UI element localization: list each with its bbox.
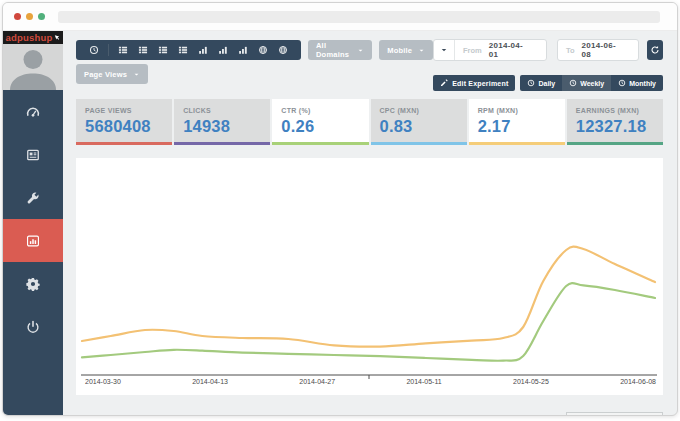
stat-value: 0.26 [281, 117, 359, 136]
metrics-line-chart [76, 158, 663, 395]
address-bar[interactable] [58, 11, 660, 23]
sidebar-item-reports[interactable] [3, 133, 63, 176]
sidebar-item-analytics[interactable] [3, 219, 63, 262]
person-icon [3, 44, 63, 90]
stat-label: PAGE VIEWS [85, 107, 163, 114]
signal-icon[interactable] [198, 45, 208, 55]
granularity-weekly-button[interactable]: Weekly [562, 75, 611, 91]
main-content: All Domains Mobile From 2014-04-01 To [63, 31, 677, 416]
stat-label: CPC (MXN) [380, 107, 458, 114]
stat-label: CTR (%) [281, 107, 359, 114]
titlebar [3, 3, 677, 31]
wrench-icon [26, 191, 40, 205]
stat-label: RPM (MXN) [478, 107, 556, 114]
globe-icon[interactable] [258, 45, 268, 55]
date-from-input[interactable]: 2014-04-01 [489, 41, 546, 59]
x-axis-labels: 2014-03-302014-04-132014-04-272014-05-11… [76, 378, 663, 385]
stat-card-earnings-mxn[interactable]: EARNINGS (MXN)12327.18 [567, 99, 663, 145]
stat-value: 5680408 [85, 117, 163, 136]
edit-experiment-button[interactable]: Edit Experiment [433, 75, 515, 91]
sidebar-nav [3, 90, 63, 416]
device-dropdown[interactable]: Mobile [379, 40, 433, 60]
power-icon [26, 320, 40, 334]
x-axis-label: 2014-04-13 [192, 378, 228, 385]
x-axis-label: 2014-05-11 [406, 378, 441, 385]
pencil-icon [440, 79, 452, 87]
refresh-icon [650, 45, 660, 55]
date-from-box: From 2014-04-01 [433, 39, 547, 61]
signal-icon[interactable] [218, 45, 228, 55]
chart-actions: Edit Experiment DailyWeeklyMonthly [433, 75, 663, 91]
series-line-rpm-mxn [82, 247, 655, 347]
stat-card-ctr[interactable]: CTR (%)0.26 [272, 99, 368, 145]
stat-card-cpc-mxn[interactable]: CPC (MXN)0.83 [371, 99, 467, 145]
granularity-label: Daily [538, 80, 555, 87]
signal-icon[interactable] [238, 45, 248, 55]
clock-icon[interactable] [89, 45, 99, 55]
x-axis-label: 2014-06-08 [620, 378, 656, 385]
domains-dropdown[interactable]: All Domains [308, 40, 372, 60]
barchart-icon [26, 234, 40, 248]
clock-icon [569, 79, 580, 87]
date-presets-button[interactable] [434, 40, 455, 60]
news-icon [26, 148, 40, 162]
chart-panel: 2014-03-302014-04-132014-04-272014-05-11… [76, 158, 663, 395]
app-body: adpushup All Domains Mobile [3, 31, 677, 416]
x-axis-label: 2014-03-30 [85, 378, 121, 385]
list-icon[interactable] [118, 45, 128, 55]
stat-label: EARNINGS (MXN) [576, 107, 654, 114]
chevron-down-icon [357, 47, 364, 54]
chevron-down-icon [133, 71, 140, 78]
zoom-window-button[interactable] [38, 13, 45, 20]
stat-label: CLICKS [183, 107, 261, 114]
gauge-icon [26, 105, 40, 119]
toolbar-row-1: All Domains Mobile From 2014-04-01 To [76, 39, 663, 61]
from-label: From [455, 46, 489, 55]
avatar[interactable] [3, 44, 63, 90]
sidebar-item-settings[interactable] [3, 262, 63, 305]
granularity-label: Weekly [580, 80, 604, 87]
granularity-monthly-button[interactable]: Monthly [611, 75, 663, 91]
stat-card-page-views[interactable]: PAGE VIEWS5680408 [76, 99, 172, 145]
stat-value: 0.83 [380, 117, 458, 136]
stat-value: 14938 [183, 117, 261, 136]
divider [108, 44, 109, 56]
stats-row: PAGE VIEWS5680408CLICKS14938CTR (%)0.26C… [76, 99, 663, 145]
granularity-daily-button[interactable]: Daily [520, 75, 562, 91]
logo-text: adpushup [6, 32, 53, 43]
close-window-button[interactable] [14, 13, 21, 20]
sidebar: adpushup [3, 31, 63, 416]
stat-card-clicks[interactable]: CLICKS14938 [174, 99, 270, 145]
date-to-input[interactable]: 2014-06-08 [582, 41, 638, 59]
date-to-box: To 2014-06-08 [557, 39, 639, 61]
stat-value: 12327.18 [576, 117, 654, 136]
partial-panel [566, 412, 663, 416]
gear-icon [26, 277, 40, 291]
granularity-group: DailyWeeklyMonthly [520, 75, 663, 91]
clock-icon [527, 79, 538, 87]
list-icon[interactable] [178, 45, 188, 55]
chevron-down-icon [440, 46, 448, 54]
globe-icon[interactable] [278, 45, 288, 55]
metric-dropdown[interactable]: Page Views [76, 64, 148, 84]
domains-dropdown-label: All Domains [316, 41, 351, 59]
list-icon[interactable] [158, 45, 168, 55]
list-icon[interactable] [138, 45, 148, 55]
adpushup-logo[interactable]: adpushup [3, 31, 63, 44]
to-label: To [558, 46, 582, 55]
metric-dropdown-label: Page Views [84, 70, 127, 79]
stat-value: 2.17 [478, 117, 556, 136]
stat-card-rpm-mxn[interactable]: RPM (MXN)2.17 [469, 99, 565, 145]
granularity-label: Monthly [629, 80, 656, 87]
sidebar-item-dashboard[interactable] [3, 90, 63, 133]
chevron-down-icon [418, 47, 425, 54]
device-dropdown-label: Mobile [387, 46, 412, 55]
edit-experiment-label: Edit Experiment [452, 80, 508, 87]
sidebar-item-tools[interactable] [3, 176, 63, 219]
cursor-icon [53, 33, 62, 42]
minimize-window-button[interactable] [26, 13, 33, 20]
clock-icon [618, 79, 629, 87]
browser-window: adpushup All Domains Mobile [2, 2, 678, 416]
sidebar-item-logout[interactable] [3, 305, 63, 348]
refresh-button[interactable] [647, 40, 663, 60]
